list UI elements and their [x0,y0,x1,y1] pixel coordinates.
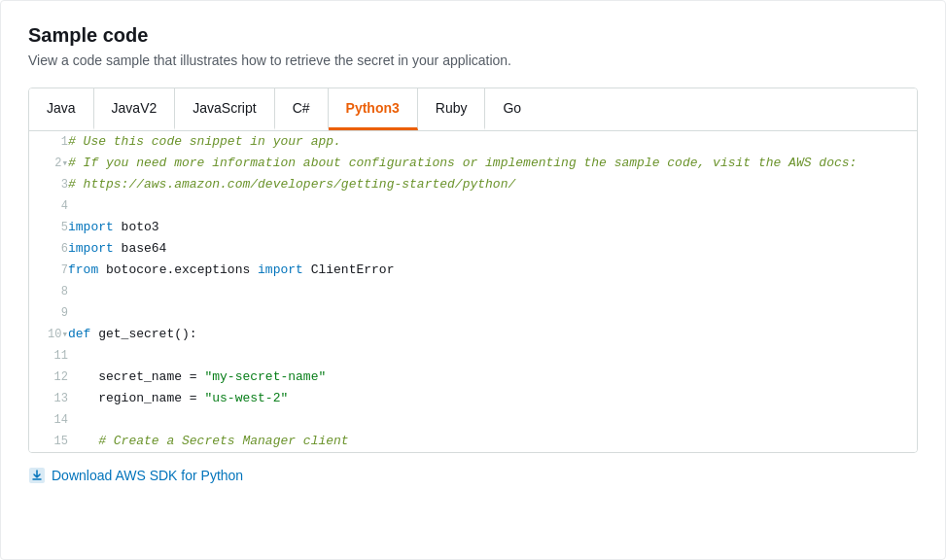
line-number: 2▾ [29,153,68,174]
table-row: 1# Use this code snippet in your app. [29,131,917,153]
table-row: 11 [29,345,917,367]
table-row: 7from botocore.exceptions import ClientE… [29,260,917,281]
sample-code-panel: Sample code View a code sample that illu… [0,0,946,560]
tab-go[interactable]: Go [485,88,539,130]
table-row: 12 secret_name = "my-secret-name" [29,367,917,388]
download-sdk-link[interactable]: Download AWS SDK for Python [28,467,918,484]
line-content [68,281,917,302]
page-title: Sample code [28,24,918,47]
tab-ruby[interactable]: Ruby [418,88,486,130]
line-content: # https://aws.amazon.com/developers/gett… [68,174,917,195]
line-content: # Use this code snippet in your app. [68,131,917,153]
table-row: 15 # Create a Secrets Manager client [29,431,917,452]
page-description: View a code sample that illustrates how … [28,52,918,68]
line-number: 10▾ [29,324,68,345]
line-number: 9 [29,302,68,324]
table-row: 8 [29,281,917,302]
line-number: 11 [29,345,68,367]
line-content: # If you need more information about con… [68,153,917,174]
line-number: 4 [29,195,68,217]
line-content: region_name = "us-west-2" [68,388,917,409]
table-row: 4 [29,195,917,217]
code-editor[interactable]: 1# Use this code snippet in your app.2▾#… [29,131,917,452]
table-row: 5import boto3 [29,217,917,238]
line-content [68,409,917,431]
line-content [68,345,917,367]
line-number: 14 [29,409,68,431]
line-number: 8 [29,281,68,302]
table-row: 6import base64 [29,238,917,260]
tab-bar: JavaJavaV2JavaScriptC#Python3RubyGo [29,88,917,131]
line-content: secret_name = "my-secret-name" [68,367,917,388]
table-row: 3# https://aws.amazon.com/developers/get… [29,174,917,195]
line-number: 5 [29,217,68,238]
line-content: from botocore.exceptions import ClientEr… [68,260,917,281]
download-icon [28,467,46,484]
table-row: 2▾# If you need more information about c… [29,153,917,174]
tab-python3[interactable]: Python3 [329,88,418,130]
table-row: 10▾def get_secret(): [29,324,917,345]
tab-java[interactable]: Java [29,88,94,130]
line-number: 12 [29,367,68,388]
download-link-label: Download AWS SDK for Python [52,468,243,483]
line-number: 13 [29,388,68,409]
tab-javav2[interactable]: JavaV2 [94,88,176,130]
table-row: 9 [29,302,917,324]
line-content [68,195,917,217]
line-content: import base64 [68,238,917,260]
tab-csharp[interactable]: C# [275,88,329,130]
tab-javascript[interactable]: JavaScript [175,88,274,130]
code-table: 1# Use this code snippet in your app.2▾#… [29,131,917,452]
code-panel: JavaJavaV2JavaScriptC#Python3RubyGo 1# U… [28,88,918,453]
table-row: 13 region_name = "us-west-2" [29,388,917,409]
line-content: import boto3 [68,217,917,238]
line-content: # Create a Secrets Manager client [68,431,917,452]
line-number: 6 [29,238,68,260]
line-number: 7 [29,260,68,281]
table-row: 14 [29,409,917,431]
line-content: def get_secret(): [68,324,917,345]
line-number: 3 [29,174,68,195]
line-number: 15 [29,431,68,452]
line-number: 1 [29,131,68,153]
line-content [68,302,917,324]
